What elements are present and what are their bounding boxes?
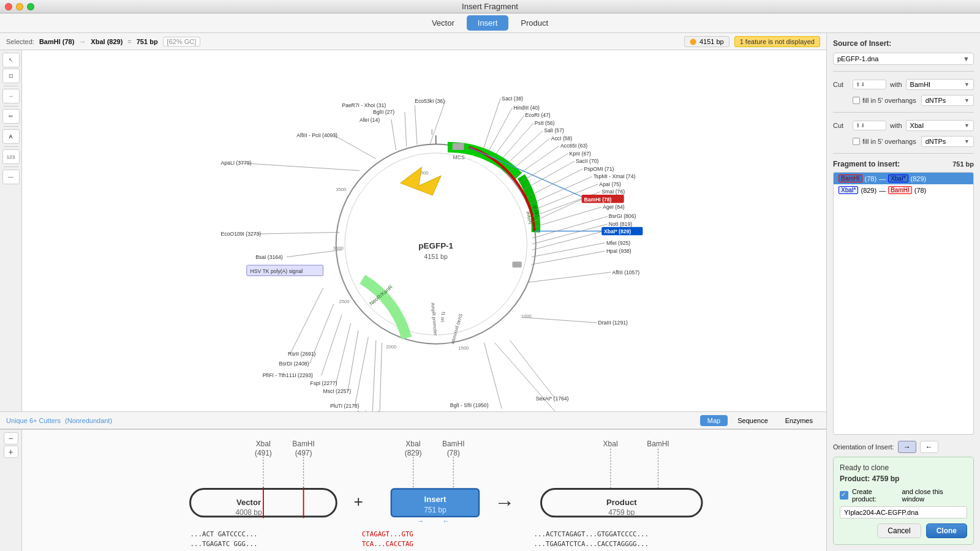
fragment-item-1[interactable]: BamHI (78) — XbaI* (829)	[834, 173, 973, 184]
svg-line-99	[239, 163, 360, 170]
svg-text:BsrDI (2408): BsrDI (2408)	[279, 361, 309, 367]
source-input[interactable]: pEGFP-1.dna ▼	[833, 53, 974, 65]
cut2-with-label: with	[890, 122, 902, 129]
svg-text:XbaI* (829): XbaI* (829)	[604, 228, 631, 234]
svg-text:HSV TK poly(A) signal: HSV TK poly(A) signal	[251, 268, 303, 274]
svg-text:Acc65I (63): Acc65I (63)	[560, 143, 587, 149]
svg-line-81	[372, 340, 376, 411]
svg-text:PspOMI (71): PspOMI (71)	[584, 166, 614, 172]
product-filename-input[interactable]	[840, 506, 967, 519]
svg-text:TspMI - XmaI (74): TspMI - XmaI (74)	[594, 173, 636, 179]
cut1-and-row: fill in 5' overhangs dNTPs ▼	[833, 95, 974, 106]
zoom-out-btn[interactable]: −	[4, 432, 18, 444]
svg-line-39	[513, 146, 559, 178]
zoom-in-btn[interactable]: +	[4, 446, 18, 458]
svg-text:(491): (491)	[255, 449, 272, 457]
create-product-checkbox[interactable]	[840, 491, 848, 500]
map-tab[interactable]: Map	[700, 415, 728, 426]
tab-insert[interactable]: Insert	[467, 15, 509, 31]
svg-text:PfIFI - Tth111I (2293): PfIFI - Tth111I (2293)	[263, 372, 313, 378]
svg-text:2000: 2000	[386, 344, 396, 350]
svg-text:ApaI (75): ApaI (75)	[599, 181, 621, 187]
sequence-tab[interactable]: Sequence	[730, 415, 775, 426]
cut1-row: Cut ⬆⬇ with BamHI ▼	[833, 79, 974, 90]
source-value: pEGFP-1.dna	[837, 55, 878, 62]
cut2-fill-cb-box[interactable]	[853, 138, 860, 145]
line-tool[interactable]: —	[2, 170, 20, 184]
svg-text:BsaI (3164): BsaI (3164)	[255, 254, 283, 260]
close-button[interactable]	[5, 3, 12, 10]
close-window-label: and close this window	[902, 488, 967, 503]
fragment-label: Fragment to insert:	[833, 160, 900, 168]
cut2-label: Cut	[833, 122, 850, 129]
tab-vector[interactable]: Vector	[421, 15, 466, 31]
svg-line-27	[483, 99, 500, 150]
svg-line-65	[532, 243, 605, 257]
svg-text:DraIII (1291): DraIII (1291)	[598, 320, 628, 326]
svg-text:TCA...CACCTAG: TCA...CACCTAG	[362, 540, 413, 548]
clone-button[interactable]: Clone	[926, 523, 967, 538]
cut1-dropdown-icon[interactable]: ▼	[964, 81, 970, 88]
equals-sep: =	[127, 38, 131, 45]
cut1-enzyme-select[interactable]: BamHI ▼	[906, 79, 974, 90]
svg-line-85	[348, 331, 358, 392]
map-canvas[interactable]: EGFP MCS SV40 poly(A) NeoR/KanR	[22, 50, 826, 411]
cut2-dntps-select[interactable]: dNTPs ▼	[921, 136, 974, 147]
linear-section: − + XbaI (491) BamHI (497)	[0, 429, 826, 551]
svg-text:4759 bp: 4759 bp	[608, 508, 635, 517]
cut1-fill-checkbox[interactable]: fill in 5' overhangs	[853, 97, 916, 104]
svg-text:Product: Product	[606, 498, 637, 507]
fragment-from-badge-2: XbaI*	[839, 186, 858, 194]
clone-create-row: Create product: and close this window	[840, 488, 967, 503]
cut1-fill-cb-box[interactable]	[853, 97, 860, 104]
warning-icon: ⬤	[690, 38, 696, 45]
svg-text:MscI (2257): MscI (2257)	[323, 388, 351, 394]
fragment-to-badge-2: BamHI	[888, 186, 912, 194]
cut2-dropdown-icon[interactable]: ▼	[964, 122, 970, 129]
titlebar: Insert Fragment	[0, 0, 980, 13]
orient-forward-btn[interactable]: →	[898, 441, 916, 453]
select-tool[interactable]: ↖	[2, 53, 20, 67]
svg-text:EcoO109I (3273): EcoO109I (3273)	[221, 231, 262, 237]
svg-line-67	[531, 251, 605, 264]
cut2-enzyme-select[interactable]: XbaI ▼	[906, 120, 974, 131]
svg-text:SexAI* (1764): SexAI* (1764)	[536, 395, 569, 402]
fragment-from-badge-1: BamHI	[839, 174, 862, 182]
svg-text:→: →	[494, 491, 514, 514]
feature-warning: 1 feature is not displayed	[734, 36, 820, 47]
total-bp: 4151 bp	[699, 38, 724, 45]
enzymes-tab[interactable]: Enzymes	[778, 415, 820, 426]
source-dropdown-arrow[interactable]: ▼	[963, 55, 970, 62]
cut1-spinner[interactable]: ⬆⬇	[853, 80, 886, 89]
zoom-fit-tool[interactable]: ⊡	[2, 69, 20, 83]
maximize-button[interactable]	[27, 3, 34, 10]
svg-text:Insert: Insert	[424, 495, 447, 504]
paint-tool[interactable]: ✏	[2, 109, 20, 124]
tab-product[interactable]: Product	[510, 15, 559, 31]
fragment-list: BamHI (78) — XbaI* (829) XbaI* (829) — B…	[833, 172, 974, 435]
text-tool[interactable]: A	[2, 129, 20, 144]
cut2-spinner[interactable]: ⬆⬇	[853, 121, 886, 130]
cut2-fill-checkbox[interactable]: fill in 5' overhangs	[853, 138, 916, 145]
svg-text:AmpR promoter: AmpR promoter	[430, 302, 439, 336]
svg-text:NotI (819): NotI (819)	[609, 221, 632, 227]
svg-text:|: |	[431, 129, 432, 135]
svg-text:AgeI (84): AgeI (84)	[603, 204, 625, 210]
minimize-button[interactable]	[16, 3, 23, 10]
cancel-button[interactable]: Cancel	[877, 523, 921, 538]
cut1-dntps-select[interactable]: dNTPs ▼	[921, 95, 974, 106]
svg-text:(497): (497)	[295, 449, 312, 457]
number-tool[interactable]: 123	[2, 149, 20, 164]
svg-line-53	[533, 200, 582, 222]
toolbar-divider-5	[4, 167, 18, 167]
svg-line-71	[523, 318, 597, 323]
fragment-from-pos-1: (78)	[865, 175, 877, 182]
orient-reverse-btn[interactable]: ←	[920, 441, 938, 453]
svg-text:4151 bp: 4151 bp	[424, 253, 448, 260]
create-product-label: Create product:	[852, 488, 899, 503]
svg-text:ApaLI (3779): ApaLI (3779)	[221, 160, 252, 166]
toolbar-divider-4	[4, 146, 18, 147]
fragment-item-2[interactable]: XbaI* (829) — BamHI (78)	[834, 184, 973, 196]
fragment-to-badge-1: XbaI*	[888, 174, 908, 182]
arrow-tool[interactable]: →	[2, 89, 20, 103]
